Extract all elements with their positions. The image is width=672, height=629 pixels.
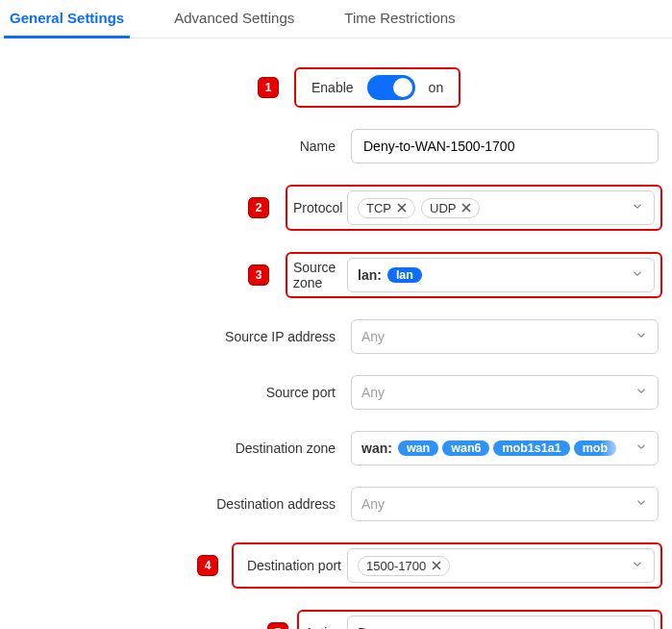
dest-port-label: Destination port: [239, 558, 347, 573]
tag-label: 1500-1700: [366, 559, 426, 573]
settings-tabs: General Settings Advanced Settings Time …: [0, 0, 672, 38]
action-row: 5 Action Drop: [10, 610, 662, 629]
close-icon[interactable]: [397, 203, 407, 213]
source-port-label: Source port: [10, 385, 341, 400]
protocol-tag-udp[interactable]: UDP: [421, 198, 480, 218]
enable-state-text: on: [429, 80, 444, 95]
source-zone-label: Source zone: [293, 260, 347, 290]
action-select[interactable]: Drop: [347, 616, 655, 629]
tag-label: TCP: [366, 201, 391, 215]
close-icon[interactable]: [461, 203, 471, 213]
source-port-row: Source port Any: [10, 375, 662, 410]
enable-row: 1 Enable on: [10, 67, 662, 108]
source-zone-highlight: Source zone lan: lan: [286, 252, 662, 298]
marker-4: 4: [197, 555, 218, 576]
dest-port-tag[interactable]: 1500-1700: [358, 556, 450, 576]
chevron-down-icon: [635, 440, 648, 457]
protocol-row: 2 Protocol TCP UDP: [10, 185, 662, 231]
zone-pill-mob1s1a1: mob1s1a1: [493, 440, 569, 456]
dest-addr-placeholder: Any: [361, 496, 385, 512]
source-zone-row: 3 Source zone lan: lan: [10, 252, 662, 298]
zone-value: lan: lan: [358, 267, 422, 283]
source-ip-row: Source IP address Any: [10, 319, 662, 354]
source-zone-select[interactable]: lan: lan: [347, 258, 655, 292]
tag-label: UDP: [430, 201, 456, 215]
dest-zone-label: Destination zone: [10, 440, 341, 456]
dest-addr-row: Destination address Any: [10, 487, 662, 521]
zone-value: wan: wan wan6 mob1s1a1 mob: [361, 440, 616, 456]
chevron-down-icon: [635, 385, 648, 401]
tab-general[interactable]: General Settings: [4, 0, 130, 38]
chevron-down-icon: [635, 329, 648, 345]
tab-time[interactable]: Time Restrictions: [338, 0, 460, 38]
dest-zone-select[interactable]: wan: wan wan6 mob1s1a1 mob: [351, 431, 659, 465]
name-input-wrap[interactable]: [351, 129, 659, 164]
source-port-select[interactable]: Any: [351, 375, 659, 410]
action-label: Action: [305, 625, 347, 629]
marker-3: 3: [248, 264, 269, 286]
zone-prefix: lan:: [358, 267, 384, 283]
source-ip-placeholder: Any: [361, 329, 385, 344]
general-settings-form: 1 Enable on Name 2 Protocol TCP: [0, 38, 672, 629]
dest-port-highlight: Destination port 1500-1700: [232, 542, 662, 589]
dest-port-select[interactable]: 1500-1700: [347, 548, 655, 583]
chevron-down-icon: [631, 200, 644, 216]
zone-pill-lan: lan: [387, 267, 422, 283]
close-icon[interactable]: [432, 561, 441, 570]
zone-prefix: wan:: [361, 440, 394, 456]
enable-highlight: Enable on: [294, 67, 460, 108]
name-label: Name: [10, 138, 341, 154]
marker-2: 2: [248, 197, 269, 218]
dest-addr-select[interactable]: Any: [351, 487, 659, 521]
zone-pill-wan: wan: [398, 440, 438, 456]
enable-toggle[interactable]: [367, 75, 415, 100]
overflow-fade: [600, 433, 629, 464]
source-port-placeholder: Any: [361, 385, 385, 400]
action-highlight: Action Drop: [297, 610, 662, 629]
chevron-down-icon: [631, 267, 644, 284]
toggle-knob: [393, 78, 412, 97]
protocol-tag-tcp[interactable]: TCP: [358, 198, 415, 218]
enable-label: Enable: [311, 80, 354, 95]
name-input[interactable]: [361, 138, 625, 155]
dest-zone-row: Destination zone wan: wan wan6 mob1s1a1 …: [10, 431, 662, 465]
chevron-down-icon: [631, 625, 644, 630]
source-ip-label: Source IP address: [10, 329, 341, 344]
protocol-select[interactable]: TCP UDP: [347, 190, 655, 225]
marker-5: 5: [267, 622, 288, 629]
dest-addr-label: Destination address: [10, 496, 341, 512]
chevron-down-icon: [631, 558, 644, 574]
protocol-label: Protocol: [293, 200, 347, 215]
zone-pill-wan6: wan6: [442, 440, 489, 456]
protocol-highlight: Protocol TCP UDP: [286, 185, 662, 231]
action-value: Drop: [358, 625, 386, 629]
tab-advanced[interactable]: Advanced Settings: [168, 0, 300, 38]
source-ip-select[interactable]: Any: [351, 319, 659, 354]
chevron-down-icon: [635, 496, 648, 513]
name-row: Name: [10, 129, 662, 164]
marker-1: 1: [258, 77, 279, 98]
dest-port-row: 4 Destination port 1500-1700: [10, 542, 662, 589]
